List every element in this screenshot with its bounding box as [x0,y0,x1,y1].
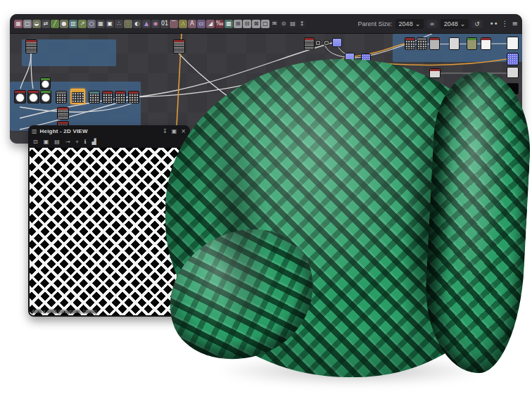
input-node-icon[interactable]: ⊞ [234,20,242,28]
value-node-icon[interactable]: □ [261,20,270,28]
splatter-node-icon[interactable]: ∵ [124,20,132,28]
close-icon[interactable]: × [181,129,186,134]
warning-node-icon[interactable]: ⚠ [179,20,187,28]
graph-node-dot[interactable] [324,40,329,46]
parent-height-dropdown[interactable]: 2048 ⌄ [441,19,469,29]
height-map-preview[interactable] [30,148,189,315]
shape-node-icon[interactable]: ○ [87,20,96,28]
gradient-map-node-icon[interactable]: ◉ [151,20,160,28]
graph-node-circle[interactable] [40,90,51,103]
fx-map-node-icon[interactable]: ⊠ [252,20,260,28]
graph-node-weave[interactable] [89,91,100,103]
node-icon-strip: ▦▢◒⇄╱●▧↗○▦▣∴∵◐▲◉01⌒⚠A▭◢‰▩⊞⊟⊠□✉⊙▤↥ [14,20,306,28]
tile-sampler-node-icon[interactable]: ▦ [96,20,105,28]
text-node-icon[interactable]: A [188,20,196,28]
graph-node-noise[interactable] [25,39,37,53]
graph-node-flatlight[interactable] [449,37,460,50]
crop-node-icon[interactable]: ▭ [197,20,205,28]
graph-node-noise[interactable] [57,107,69,120]
save-image-icon[interactable]: ▣ [44,139,49,145]
image-info-text: 4096 x 4096 (Grayscale, 16bpc) [32,309,97,314]
graph-node-weave[interactable] [56,91,67,103]
quantize-node-icon[interactable]: ‰ [215,20,224,28]
parent-size-label: Parent Size: [358,20,393,27]
scatter-node-icon[interactable]: ∴ [115,20,123,28]
fill-node-icon[interactable]: ◢ [206,20,215,28]
graph-node-dot[interactable] [315,40,321,46]
toolbar-right-icons: ••⋮≡ [490,20,518,27]
graph-node-olive[interactable] [467,37,477,50]
sphere-node-icon[interactable]: ◐ [133,20,141,28]
view2d-toolbar: ⊡▣▤⊸▾ℹ▟ [28,137,190,148]
overflow-menu-icon[interactable]: ⋮ [502,20,509,27]
graph-node-noise[interactable] [304,37,315,50]
graph-node-noise[interactable] [173,39,185,53]
graph-node-bluenoise[interactable] [507,53,519,65]
comment-icon[interactable]: ✉ [270,20,279,28]
blend-node-icon[interactable]: ◒ [32,20,41,28]
export-icon[interactable]: ⊸ [65,139,70,145]
graph-node-flatwhite[interactable] [481,37,491,50]
link-dimensions-icon[interactable]: ∞ [426,20,438,28]
view2d-header-buttons: ↧▣× [163,129,186,134]
graph-node-flatlight[interactable] [429,68,441,78]
chevron-down-icon: ⌄ [460,20,466,27]
view2d-header[interactable]: ▥ Height - 2D VIEW ↧▣× [28,125,190,137]
dock-dots-icon[interactable]: •• [490,20,498,27]
parent-width-dropdown[interactable]: 2048 ⌄ [395,19,424,29]
frame-icon[interactable]: ▤ [289,20,297,28]
transform-node-icon[interactable]: ▧ [69,20,77,28]
blur-node-icon[interactable]: ● [60,20,68,28]
graph-node-weave[interactable] [128,91,139,103]
info-icon[interactable]: ℹ [84,139,87,145]
graph-node-circle[interactable] [14,90,26,103]
graph-node-circle[interactable] [40,77,51,89]
checker-node-icon[interactable]: ▩ [224,20,233,28]
graph-node-flatlight[interactable] [507,67,519,78]
curve-node-icon[interactable]: ╱ [51,20,59,28]
graph-node-weave[interactable] [417,37,427,50]
height-blend-node-icon[interactable]: ▣ [106,20,114,28]
needle-pin-icon[interactable]: ↥ [298,20,306,28]
output-node-icon[interactable]: ⊟ [243,20,251,28]
parent-size-group: Parent Size: 2048 ⌄ ∞ 2048 ⌄ ↺ [358,19,483,29]
graph-node-flatwhite[interactable] [507,37,519,50]
graph-node-periwinkle[interactable] [332,38,342,47]
directional-warp-node-icon[interactable]: ↗ [78,20,87,28]
graph-node-weave[interactable] [115,91,126,103]
pin-node-icon[interactable]: ⊙ [279,20,288,28]
fit-view-icon[interactable]: ⊡ [33,139,38,145]
node-wire [31,53,33,89]
graph-node-weave[interactable] [70,89,85,104]
curve-adjust-node-icon[interactable]: ⌒ [170,20,178,28]
view2d-title: Height - 2D VIEW [40,128,88,134]
svg-node-icon[interactable]: ▢ [23,20,32,28]
graph-node-circle[interactable] [27,90,39,103]
graph-node-flatgray[interactable] [429,37,440,50]
graph-node-weave[interactable] [102,91,113,103]
graph-node-weave[interactable] [405,37,415,50]
filter-dropdown-icon[interactable]: ▾ [76,139,79,145]
halftone-node-icon[interactable]: 01 [160,20,169,28]
chevron-down-icon: ⌄ [415,20,421,27]
restore-window-icon[interactable]: ▣ [172,129,177,134]
channel-shuffle-node-icon[interactable]: ⇄ [42,20,50,28]
graph-hierarchy-icon[interactable]: ≡ [512,20,518,27]
bitmap-node-icon[interactable]: ▦ [14,20,23,28]
panel-layout-icon: ▥ [32,128,37,134]
node-wire [20,53,31,89]
fabric-flap-right [422,70,532,376]
reset-size-icon[interactable]: ↺ [471,20,483,28]
atomic-nodes-toolbar: ▦▢◒⇄╱●▧↗○▦▣∴∵◐▲◉01⌒⚠A▭◢‰▩⊞⊟⊠□✉⊙▤↥ Parent… [10,14,522,34]
light-node-icon[interactable]: ▲ [142,20,151,28]
pin-view-icon[interactable]: ↧ [163,129,167,134]
histogram-icon[interactable]: ▟ [92,139,96,145]
copy-image-icon[interactable]: ▤ [54,139,60,145]
